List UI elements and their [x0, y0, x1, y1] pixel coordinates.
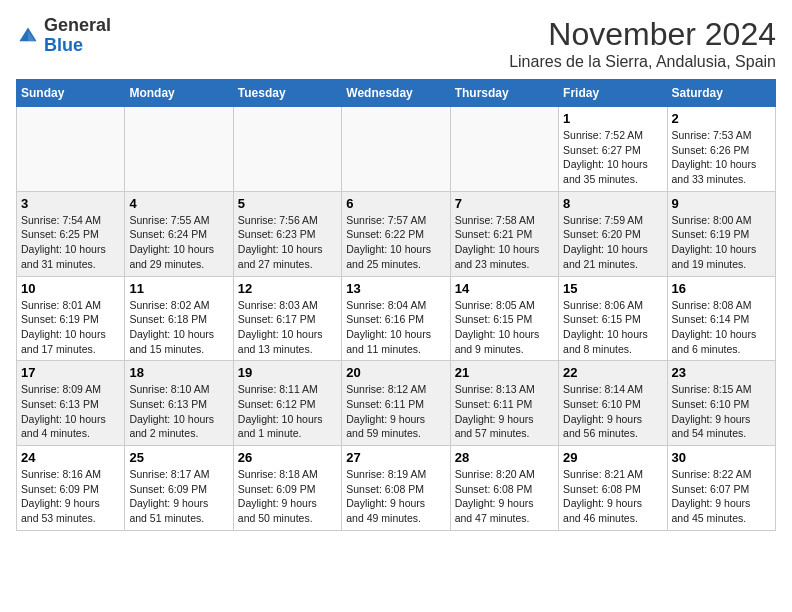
day-number: 25: [129, 450, 228, 465]
day-number: 12: [238, 281, 337, 296]
logo-general: General: [44, 16, 111, 36]
calendar-cell: 6Sunrise: 7:57 AM Sunset: 6:22 PM Daylig…: [342, 191, 450, 276]
day-info: Sunrise: 8:11 AM Sunset: 6:12 PM Dayligh…: [238, 382, 337, 441]
calendar-cell: 11Sunrise: 8:02 AM Sunset: 6:18 PM Dayli…: [125, 276, 233, 361]
day-info: Sunrise: 8:22 AM Sunset: 6:07 PM Dayligh…: [672, 467, 771, 526]
calendar-week-row: 1Sunrise: 7:52 AM Sunset: 6:27 PM Daylig…: [17, 107, 776, 192]
svg-marker-1: [28, 31, 35, 41]
calendar-cell: 1Sunrise: 7:52 AM Sunset: 6:27 PM Daylig…: [559, 107, 667, 192]
day-number: 9: [672, 196, 771, 211]
day-number: 14: [455, 281, 554, 296]
day-number: 17: [21, 365, 120, 380]
day-info: Sunrise: 8:21 AM Sunset: 6:08 PM Dayligh…: [563, 467, 662, 526]
day-number: 19: [238, 365, 337, 380]
calendar-cell: 28Sunrise: 8:20 AM Sunset: 6:08 PM Dayli…: [450, 446, 558, 531]
logo-blue: Blue: [44, 36, 111, 56]
calendar-cell: 16Sunrise: 8:08 AM Sunset: 6:14 PM Dayli…: [667, 276, 775, 361]
title-block: November 2024 Linares de la Sierra, Anda…: [509, 16, 776, 71]
day-number: 6: [346, 196, 445, 211]
logo-icon: [16, 24, 40, 48]
day-number: 18: [129, 365, 228, 380]
calendar-cell: 17Sunrise: 8:09 AM Sunset: 6:13 PM Dayli…: [17, 361, 125, 446]
day-info: Sunrise: 8:19 AM Sunset: 6:08 PM Dayligh…: [346, 467, 445, 526]
calendar-cell: 10Sunrise: 8:01 AM Sunset: 6:19 PM Dayli…: [17, 276, 125, 361]
day-info: Sunrise: 7:56 AM Sunset: 6:23 PM Dayligh…: [238, 213, 337, 272]
logo: General Blue: [16, 16, 111, 56]
calendar-cell: 20Sunrise: 8:12 AM Sunset: 6:11 PM Dayli…: [342, 361, 450, 446]
calendar-cell: [450, 107, 558, 192]
day-number: 5: [238, 196, 337, 211]
day-info: Sunrise: 8:00 AM Sunset: 6:19 PM Dayligh…: [672, 213, 771, 272]
day-info: Sunrise: 7:52 AM Sunset: 6:27 PM Dayligh…: [563, 128, 662, 187]
weekday-header: Wednesday: [342, 80, 450, 107]
page-header: General Blue November 2024 Linares de la…: [16, 16, 776, 71]
day-number: 1: [563, 111, 662, 126]
day-number: 21: [455, 365, 554, 380]
calendar-cell: 2Sunrise: 7:53 AM Sunset: 6:26 PM Daylig…: [667, 107, 775, 192]
calendar-week-row: 10Sunrise: 8:01 AM Sunset: 6:19 PM Dayli…: [17, 276, 776, 361]
day-info: Sunrise: 7:54 AM Sunset: 6:25 PM Dayligh…: [21, 213, 120, 272]
weekday-header: Sunday: [17, 80, 125, 107]
weekday-header: Tuesday: [233, 80, 341, 107]
calendar-week-row: 3Sunrise: 7:54 AM Sunset: 6:25 PM Daylig…: [17, 191, 776, 276]
day-info: Sunrise: 8:15 AM Sunset: 6:10 PM Dayligh…: [672, 382, 771, 441]
day-info: Sunrise: 8:01 AM Sunset: 6:19 PM Dayligh…: [21, 298, 120, 357]
calendar-cell: 18Sunrise: 8:10 AM Sunset: 6:13 PM Dayli…: [125, 361, 233, 446]
calendar-cell: 19Sunrise: 8:11 AM Sunset: 6:12 PM Dayli…: [233, 361, 341, 446]
day-number: 22: [563, 365, 662, 380]
day-number: 13: [346, 281, 445, 296]
day-number: 4: [129, 196, 228, 211]
calendar-cell: 5Sunrise: 7:56 AM Sunset: 6:23 PM Daylig…: [233, 191, 341, 276]
day-info: Sunrise: 8:20 AM Sunset: 6:08 PM Dayligh…: [455, 467, 554, 526]
location: Linares de la Sierra, Andalusia, Spain: [509, 53, 776, 71]
day-number: 27: [346, 450, 445, 465]
day-number: 2: [672, 111, 771, 126]
day-info: Sunrise: 8:09 AM Sunset: 6:13 PM Dayligh…: [21, 382, 120, 441]
weekday-header: Thursday: [450, 80, 558, 107]
day-info: Sunrise: 7:55 AM Sunset: 6:24 PM Dayligh…: [129, 213, 228, 272]
day-info: Sunrise: 8:06 AM Sunset: 6:15 PM Dayligh…: [563, 298, 662, 357]
day-info: Sunrise: 8:08 AM Sunset: 6:14 PM Dayligh…: [672, 298, 771, 357]
day-info: Sunrise: 8:05 AM Sunset: 6:15 PM Dayligh…: [455, 298, 554, 357]
weekday-header: Monday: [125, 80, 233, 107]
day-number: 16: [672, 281, 771, 296]
day-number: 23: [672, 365, 771, 380]
day-number: 30: [672, 450, 771, 465]
day-number: 10: [21, 281, 120, 296]
calendar-cell: 27Sunrise: 8:19 AM Sunset: 6:08 PM Dayli…: [342, 446, 450, 531]
day-info: Sunrise: 8:12 AM Sunset: 6:11 PM Dayligh…: [346, 382, 445, 441]
calendar-cell: 29Sunrise: 8:21 AM Sunset: 6:08 PM Dayli…: [559, 446, 667, 531]
day-info: Sunrise: 7:57 AM Sunset: 6:22 PM Dayligh…: [346, 213, 445, 272]
calendar-cell: 22Sunrise: 8:14 AM Sunset: 6:10 PM Dayli…: [559, 361, 667, 446]
day-info: Sunrise: 8:17 AM Sunset: 6:09 PM Dayligh…: [129, 467, 228, 526]
day-number: 7: [455, 196, 554, 211]
calendar-cell: 3Sunrise: 7:54 AM Sunset: 6:25 PM Daylig…: [17, 191, 125, 276]
calendar-cell: [233, 107, 341, 192]
calendar-cell: 15Sunrise: 8:06 AM Sunset: 6:15 PM Dayli…: [559, 276, 667, 361]
day-info: Sunrise: 8:18 AM Sunset: 6:09 PM Dayligh…: [238, 467, 337, 526]
calendar-cell: 25Sunrise: 8:17 AM Sunset: 6:09 PM Dayli…: [125, 446, 233, 531]
day-info: Sunrise: 7:53 AM Sunset: 6:26 PM Dayligh…: [672, 128, 771, 187]
month-title: November 2024: [509, 16, 776, 53]
day-number: 29: [563, 450, 662, 465]
calendar-cell: 24Sunrise: 8:16 AM Sunset: 6:09 PM Dayli…: [17, 446, 125, 531]
day-number: 20: [346, 365, 445, 380]
day-info: Sunrise: 8:16 AM Sunset: 6:09 PM Dayligh…: [21, 467, 120, 526]
calendar-cell: 23Sunrise: 8:15 AM Sunset: 6:10 PM Dayli…: [667, 361, 775, 446]
calendar-cell: 8Sunrise: 7:59 AM Sunset: 6:20 PM Daylig…: [559, 191, 667, 276]
day-number: 15: [563, 281, 662, 296]
calendar-cell: 21Sunrise: 8:13 AM Sunset: 6:11 PM Dayli…: [450, 361, 558, 446]
day-info: Sunrise: 7:58 AM Sunset: 6:21 PM Dayligh…: [455, 213, 554, 272]
day-info: Sunrise: 7:59 AM Sunset: 6:20 PM Dayligh…: [563, 213, 662, 272]
day-info: Sunrise: 8:10 AM Sunset: 6:13 PM Dayligh…: [129, 382, 228, 441]
calendar-cell: [342, 107, 450, 192]
day-number: 26: [238, 450, 337, 465]
day-number: 24: [21, 450, 120, 465]
day-number: 3: [21, 196, 120, 211]
weekday-header-row: SundayMondayTuesdayWednesdayThursdayFrid…: [17, 80, 776, 107]
calendar-cell: 7Sunrise: 7:58 AM Sunset: 6:21 PM Daylig…: [450, 191, 558, 276]
day-number: 8: [563, 196, 662, 211]
calendar-cell: [17, 107, 125, 192]
day-number: 11: [129, 281, 228, 296]
calendar-cell: 13Sunrise: 8:04 AM Sunset: 6:16 PM Dayli…: [342, 276, 450, 361]
